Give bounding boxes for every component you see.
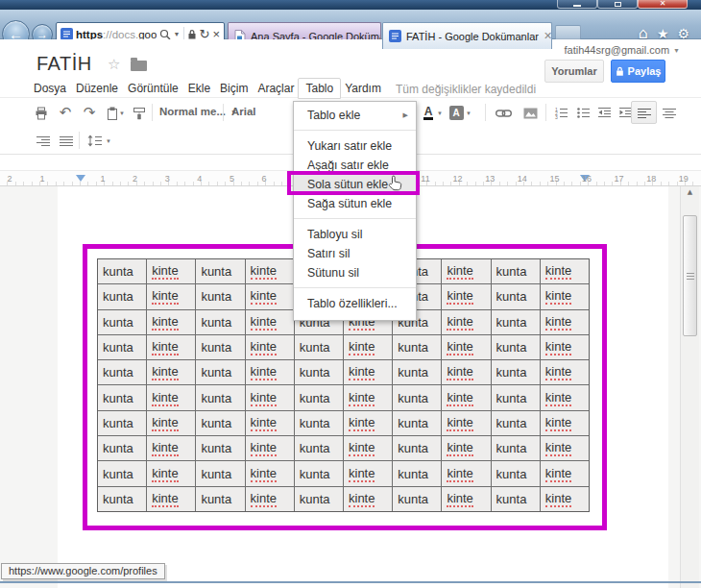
print-button[interactable] <box>33 104 50 122</box>
table-cell[interactable]: kunta <box>295 360 343 384</box>
table-cell[interactable]: kunta <box>393 487 441 511</box>
table-cell[interactable]: kunta <box>196 411 244 435</box>
table-cell[interactable]: kunta <box>393 360 441 384</box>
table-cell[interactable]: kunta <box>295 411 343 435</box>
highlight-dropdown-icon[interactable]: ▼ <box>466 110 471 116</box>
menu-düzenle[interactable]: Düzenle <box>71 79 123 98</box>
table-cell[interactable]: kinte <box>442 461 490 485</box>
table-cell[interactable]: kunta <box>98 259 146 283</box>
table-cell[interactable]: kunta <box>492 385 540 409</box>
menu-item-sağa-sütun-ekle[interactable]: Sağa sütun ekle <box>294 194 416 213</box>
highlight-color-button[interactable]: A <box>447 104 465 122</box>
font-dropdown[interactable]: Arial <box>231 106 256 117</box>
table-cell[interactable]: kunta <box>492 259 540 283</box>
table-cell[interactable]: kunta <box>196 360 244 384</box>
table-cell[interactable]: kunta <box>98 335 146 359</box>
search-dropdown-icon[interactable]: ▼ <box>174 29 181 40</box>
menu-item-tablo-özellikleri[interactable]: Tablo özellikleri... <box>294 294 416 313</box>
table-cell[interactable]: kunta <box>196 487 244 511</box>
stop-icon[interactable]: × <box>212 29 220 40</box>
align-right-button[interactable] <box>35 132 52 150</box>
table-cell[interactable]: kinte <box>246 335 294 359</box>
align-left-button[interactable] <box>636 104 653 122</box>
table-cell[interactable]: kinte <box>541 461 589 485</box>
table-cell[interactable]: kunta <box>98 360 146 384</box>
menu-item-sütunu-sil[interactable]: Sütunu sil <box>294 263 416 282</box>
line-spacing-dropdown-icon[interactable]: ▼ <box>106 138 111 144</box>
table-cell[interactable]: kinte <box>147 310 195 334</box>
text-color-button[interactable]: A <box>420 104 437 122</box>
table-cell[interactable]: kinte <box>442 335 490 359</box>
table-cell[interactable]: kunta <box>492 436 540 460</box>
table-cell[interactable]: kinte <box>344 487 392 511</box>
table-cell[interactable]: kinte <box>246 259 294 283</box>
table-cell[interactable]: kunta <box>196 335 244 359</box>
table-cell[interactable]: kunta <box>196 385 244 409</box>
table-cell[interactable]: kinte <box>147 436 195 460</box>
scroll-up-icon[interactable]: ▲ <box>681 188 699 196</box>
table-cell[interactable]: kinte <box>442 310 490 334</box>
insert-image-button[interactable] <box>521 104 539 122</box>
table-cell[interactable]: kinte <box>344 436 392 460</box>
table-cell[interactable]: kunta <box>295 335 343 359</box>
align-center-button[interactable] <box>661 104 678 122</box>
table-cell[interactable]: kunta <box>492 335 540 359</box>
table-cell[interactable]: kunta <box>492 487 540 511</box>
table-cell[interactable]: kunta <box>393 461 441 485</box>
menu-item-tabloyu-sil[interactable]: Tabloyu sil <box>294 225 416 244</box>
styles-dropdown[interactable]: Normal me...▼ <box>159 106 237 117</box>
table-cell[interactable]: kinte <box>541 411 589 435</box>
table-cell[interactable]: kinte <box>541 335 589 359</box>
table-cell[interactable]: kinte <box>541 310 589 334</box>
table-cell[interactable]: kunta <box>393 385 441 409</box>
table-cell[interactable]: kinte <box>541 259 589 283</box>
table-cell[interactable]: kunta <box>196 461 244 485</box>
document-title[interactable]: FATİH <box>36 53 92 75</box>
table-cell[interactable]: kinte <box>344 335 392 359</box>
table-cell[interactable]: kunta <box>295 436 343 460</box>
comments-button[interactable]: Yorumlar <box>544 60 604 83</box>
redo-button[interactable]: ↷ <box>81 104 98 122</box>
table-cell[interactable]: kunta <box>98 385 146 409</box>
table-cell[interactable]: kunta <box>98 461 146 485</box>
menu-dosya[interactable]: Dosya <box>29 79 71 98</box>
table-cell[interactable]: kinte <box>541 360 589 384</box>
table-cell[interactable]: kunta <box>98 436 146 460</box>
paste-dropdown-icon[interactable]: ▼ <box>119 110 125 116</box>
url-text[interactable]: https://docs.goo... <box>76 29 157 40</box>
table-cell[interactable]: kinte <box>147 284 195 308</box>
scrollbar-thumb[interactable] <box>683 215 697 336</box>
table-cell[interactable]: kunta <box>492 411 540 435</box>
table-cell[interactable]: kinte <box>246 284 294 308</box>
table-cell[interactable]: kinte <box>344 385 392 409</box>
table-cell[interactable]: kinte <box>442 487 490 511</box>
table-cell[interactable]: kunta <box>492 360 540 384</box>
tab-close-icon[interactable]: ✕ <box>544 30 552 42</box>
table-cell[interactable]: kinte <box>344 461 392 485</box>
menu-yardım[interactable]: Yardım <box>340 79 386 98</box>
table-cell[interactable]: kinte <box>246 436 294 460</box>
table-cell[interactable]: kunta <box>98 487 146 511</box>
text-color-dropdown-icon[interactable]: ▼ <box>437 110 443 116</box>
paint-format-button[interactable] <box>130 104 147 122</box>
undo-button[interactable]: ↶ <box>57 104 74 122</box>
table-cell[interactable]: kinte <box>344 360 392 384</box>
tab-fatih[interactable]: FATİH - Google Dokümanlar ✕ <box>382 22 552 49</box>
table-cell[interactable]: kinte <box>246 461 294 485</box>
window-maximize-button[interactable] <box>597 0 638 9</box>
table-cell[interactable]: kunta <box>295 461 343 485</box>
table-cell[interactable]: kinte <box>147 335 195 359</box>
table-cell[interactable]: kunta <box>295 487 343 511</box>
table-cell[interactable]: kinte <box>541 487 589 511</box>
table-cell[interactable]: kinte <box>246 411 294 435</box>
table-cell[interactable]: kinte <box>344 411 392 435</box>
table-cell[interactable]: kunta <box>196 310 244 334</box>
window-close-button[interactable]: ✕ <box>638 0 688 9</box>
table-cell[interactable]: kinte <box>541 436 589 460</box>
table-cell[interactable]: kunta <box>98 411 146 435</box>
table-cell[interactable]: kinte <box>541 284 589 308</box>
window-minimize-button[interactable] <box>557 0 597 9</box>
table-cell[interactable]: kinte <box>147 385 195 409</box>
table-cell[interactable]: kinte <box>442 436 490 460</box>
star-outline-icon[interactable]: ☆ <box>108 56 120 73</box>
